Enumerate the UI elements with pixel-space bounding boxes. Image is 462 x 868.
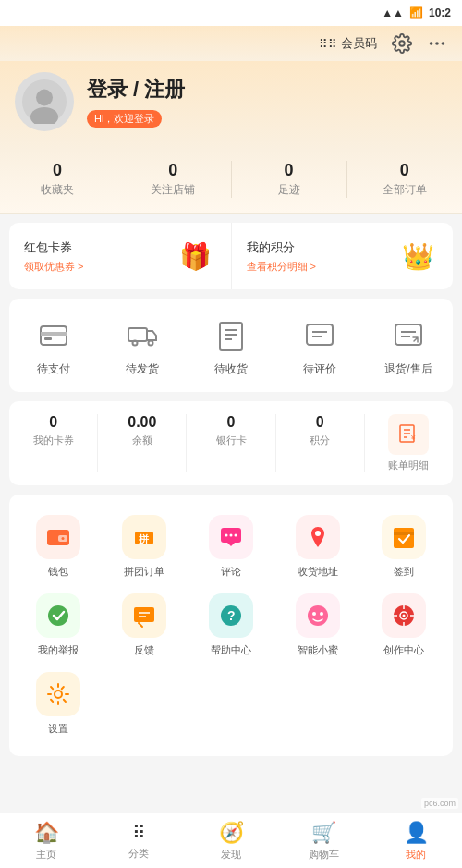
feature-feedback[interactable]: 反馈 — [102, 586, 188, 665]
feature-address-label: 收货地址 — [298, 565, 338, 579]
feedback-icon — [122, 593, 166, 638]
nav-home-label: 主页 — [36, 848, 56, 862]
help-icon: ? — [209, 593, 253, 638]
finance-bank[interactable]: 0 银行卡 — [186, 414, 274, 472]
stat-history[interactable]: 0 足迹 — [231, 161, 346, 198]
svg-point-0 — [399, 41, 405, 46]
qr-icon: ⠿⠿ — [319, 37, 337, 51]
svg-point-3 — [442, 42, 445, 45]
finance-bill-label: 账单明细 — [365, 458, 453, 472]
finance-bank-number: 0 — [187, 414, 274, 431]
order-pending-shipment[interactable]: 待发货 — [98, 315, 187, 377]
welcome-badge: Hi，欢迎登录 — [87, 110, 162, 128]
finance-balance-label: 余额 — [98, 434, 186, 447]
header-top: ⠿⠿ 会员码 — [15, 33, 447, 61]
finance-points-label: 积分 — [276, 434, 364, 447]
signal-icon: ▲▲ — [382, 6, 404, 19]
finance-balance-number: 0.00 — [98, 414, 186, 431]
svg-point-12 — [149, 341, 153, 346]
feature-feedback-label: 反馈 — [134, 643, 154, 657]
nav-cart[interactable]: 🛒 购物车 — [277, 813, 370, 868]
feature-creator[interactable]: 创作中心 — [360, 586, 447, 665]
features-section: 钱包 拼 拼团订单 评论 — [9, 495, 453, 756]
points-card[interactable]: 我的积分 查看积分明细 > 👑 — [231, 223, 454, 289]
svg-point-36 — [234, 534, 237, 537]
coupon-card[interactable]: 红包卡券 领取优惠券 > 🎁 — [9, 223, 231, 289]
coupon-sub: 领取优惠券 > — [24, 260, 176, 274]
stat-followed-shops[interactable]: 0 关注店铺 — [115, 161, 230, 198]
feature-address[interactable]: 收货地址 — [274, 507, 361, 586]
points-icon: 👑 — [397, 236, 438, 276]
stat-favorites-label: 收藏夹 — [0, 182, 115, 198]
finance-coupons-number: 0 — [9, 414, 97, 431]
svg-rect-39 — [394, 532, 414, 535]
feature-report[interactable]: 我的举报 — [15, 586, 102, 665]
feature-ai[interactable]: 智能小蜜 — [274, 586, 361, 665]
finance-points-number: 0 — [276, 414, 364, 431]
wifi-icon: 📶 — [409, 6, 423, 19]
member-code-label: 会员码 — [341, 35, 377, 52]
svg-rect-38 — [394, 528, 414, 548]
svg-point-1 — [430, 42, 433, 45]
stat-favorites[interactable]: 0 收藏夹 — [0, 161, 115, 198]
points-info: 我的积分 查看积分明细 > — [247, 239, 398, 274]
finance-coupons-label: 我的卡券 — [9, 434, 97, 447]
finance-points[interactable]: 0 积分 — [275, 414, 364, 472]
pending-review-icon — [299, 315, 340, 356]
nav-category[interactable]: ⠿ 分类 — [92, 813, 185, 868]
finance-row: 0 我的卡券 0.00 余额 0 银行卡 0 积分 ¥ 账单明细 — [9, 401, 453, 485]
more-button[interactable] — [427, 33, 447, 54]
more-icon — [427, 33, 447, 54]
feature-comments[interactable]: 评论 — [188, 507, 274, 586]
order-return[interactable]: 退货/售后 — [364, 315, 453, 377]
feature-comments-label: 评论 — [221, 565, 241, 579]
pending-receipt-label: 待收货 — [214, 361, 248, 377]
feature-wallet[interactable]: 钱包 — [15, 507, 102, 586]
svg-point-56 — [55, 691, 62, 698]
comments-icon — [209, 515, 253, 559]
pending-shipment-label: 待发货 — [126, 361, 159, 377]
feature-checkin[interactable]: 签到 — [360, 507, 447, 586]
feature-help[interactable]: ? 帮助中心 — [188, 586, 274, 665]
status-time: 10:2 — [429, 6, 451, 19]
stat-all-orders-number: 0 — [347, 161, 462, 180]
report-icon — [36, 593, 80, 638]
feature-group-order[interactable]: 拼 拼团订单 — [102, 507, 188, 586]
login-register-text: 登录 / 注册 — [87, 76, 447, 104]
order-pending-receipt[interactable]: 待收货 — [187, 315, 275, 377]
svg-point-40 — [48, 605, 68, 626]
profile-section[interactable]: 登录 / 注册 Hi，欢迎登录 — [0, 61, 462, 150]
stat-followed-shops-label: 关注店铺 — [116, 182, 230, 198]
home-nav-icon: 🏠 — [34, 821, 59, 845]
finance-balance[interactable]: 0.00 余额 — [97, 414, 186, 472]
cards-row: 红包卡券 领取优惠券 > 🎁 我的积分 查看积分明细 > 👑 — [9, 223, 453, 289]
nav-home[interactable]: 🏠 主页 — [0, 813, 92, 868]
order-pending-payment[interactable]: 待支付 — [9, 315, 98, 377]
bottom-nav: 🏠 主页 ⠿ 分类 🧭 发现 🛒 购物车 👤 我的 — [0, 813, 462, 868]
nav-discover[interactable]: 🧭 发现 — [185, 813, 277, 868]
svg-point-48 — [320, 612, 323, 616]
svg-point-35 — [229, 534, 232, 537]
svg-point-30 — [61, 537, 64, 540]
stat-history-label: 足迹 — [232, 182, 346, 198]
nav-category-label: 分类 — [128, 847, 149, 861]
feature-settings[interactable]: 设置 — [15, 665, 102, 743]
svg-point-5 — [36, 90, 53, 106]
order-pending-review[interactable]: 待评价 — [275, 315, 364, 377]
stat-all-orders[interactable]: 0 全部订单 — [346, 161, 462, 198]
bill-icon: ¥ — [388, 414, 429, 455]
cart-nav-icon: 🛒 — [311, 821, 336, 845]
member-code-button[interactable]: ⠿⠿ 会员码 — [319, 35, 377, 52]
svg-point-34 — [225, 534, 227, 537]
nav-profile[interactable]: 👤 我的 — [370, 813, 462, 868]
finance-bill[interactable]: ¥ 账单明细 — [364, 414, 453, 472]
settings-button[interactable] — [392, 33, 412, 54]
pending-receipt-icon — [211, 315, 251, 356]
finance-coupons[interactable]: 0 我的卡券 — [9, 414, 97, 472]
coupon-title: 红包卡券 — [24, 239, 176, 256]
feature-wallet-label: 钱包 — [48, 565, 68, 579]
feature-checkin-label: 签到 — [394, 565, 414, 579]
category-nav-icon: ⠿ — [132, 822, 146, 844]
stats-row: 0 收藏夹 0 关注店铺 0 足迹 0 全部订单 — [0, 150, 462, 214]
pending-shipment-icon — [122, 315, 163, 356]
